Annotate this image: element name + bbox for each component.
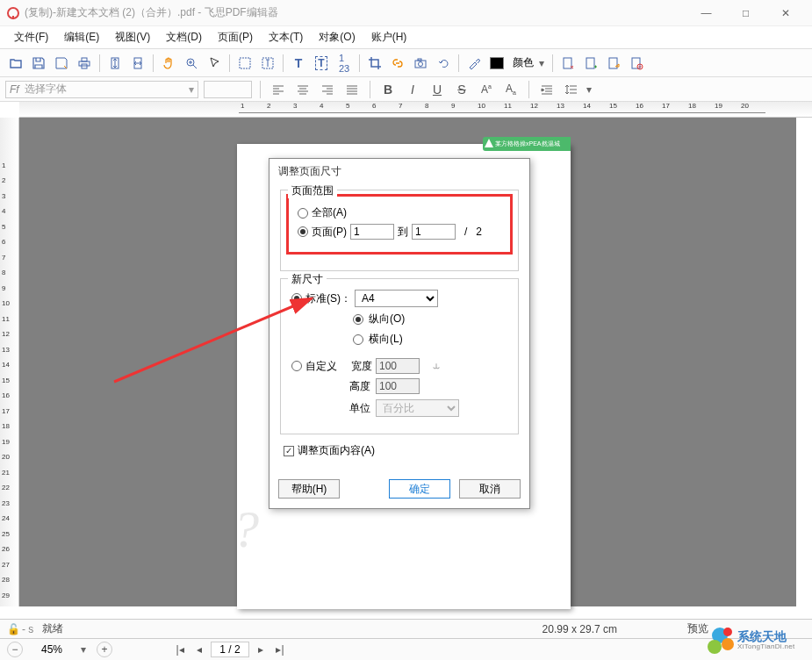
menu-file[interactable]: 文件(F) — [7, 26, 55, 48]
line-spacing-icon[interactable] — [562, 81, 581, 98]
print-icon[interactable] — [74, 53, 95, 74]
to-label: 到 — [398, 225, 408, 240]
color-label: 颜色 — [509, 55, 537, 70]
svg-rect-12 — [586, 58, 594, 68]
menu-text[interactable]: 文本(T) — [262, 26, 310, 48]
svg-rect-13 — [609, 58, 617, 68]
page-range-fieldset: 页面范围 全部(A) 页面(P) 到 / 2 — [280, 190, 519, 271]
link-dims-icon[interactable]: ⥿ — [432, 360, 441, 372]
adjust-content-label: 调整页面内容(A) — [298, 443, 375, 458]
align-center-icon[interactable] — [293, 81, 313, 98]
font-size-select[interactable] — [204, 81, 252, 98]
radio-all[interactable] — [298, 208, 308, 219]
format-toolbar: 选择字体▾ B I U S Aa Aa ▾ — [0, 77, 812, 102]
menu-page[interactable]: 页面(P) — [211, 26, 260, 48]
first-page-button[interactable]: |◂ — [172, 643, 188, 656]
lock-icon: 🔓 — [7, 623, 20, 635]
align-left-icon[interactable] — [269, 81, 288, 98]
edit-text-icon[interactable] — [257, 53, 278, 74]
svg-point-9 — [419, 61, 423, 66]
text-icon[interactable]: T — [288, 53, 309, 74]
minimize-button[interactable]: — — [686, 1, 726, 25]
radio-portrait[interactable] — [353, 314, 363, 325]
italic-icon[interactable]: I — [403, 81, 422, 98]
radio-landscape[interactable] — [353, 334, 363, 345]
menu-account[interactable]: 账户(H) — [364, 26, 414, 48]
adjust-content-checkbox[interactable]: ✓ — [284, 446, 294, 456]
save-as-icon[interactable] — [51, 53, 72, 74]
menu-edit[interactable]: 编辑(E) — [57, 26, 106, 48]
prev-page-button[interactable]: ◂ — [191, 643, 207, 656]
fit-page-icon[interactable] — [104, 53, 126, 74]
text-spacing-icon[interactable]: 123 — [334, 53, 355, 74]
indent-icon[interactable] — [537, 81, 557, 98]
zoom-dropdown-icon[interactable]: ▾ — [81, 643, 90, 656]
radio-all-label: 全部(A) — [312, 205, 347, 220]
open-icon[interactable] — [5, 53, 26, 74]
close-button[interactable]: ✕ — [765, 1, 805, 25]
page-delete-icon[interactable] — [557, 53, 578, 74]
cancel-button[interactable]: 取消 — [459, 479, 521, 499]
save-icon[interactable] — [28, 53, 49, 74]
eyedropper-icon[interactable] — [463, 53, 485, 74]
resize-page-dialog: 调整页面尺寸 页面范围 全部(A) 页面(P) 到 / 2 — [269, 158, 530, 509]
page-export-icon[interactable] — [603, 53, 624, 74]
underline-icon[interactable]: U — [428, 81, 447, 98]
page-remove-icon[interactable] — [626, 53, 647, 74]
height-label: 高度 — [339, 379, 370, 394]
custom-label: 自定义 — [305, 359, 337, 374]
unit-label: 单位 — [339, 401, 370, 416]
spacing-dropdown-icon[interactable]: ▾ — [586, 83, 595, 96]
title-bar: (复制)-新建文本文档 (2)（合并）.pdf - 飞思PDF编辑器 — □ ✕ — [0, 0, 812, 26]
radio-pages[interactable] — [298, 226, 308, 237]
maximize-button[interactable]: □ — [726, 1, 765, 25]
bottom-bar: − 45% ▾ + |◂ ◂ ▸ ▸| — [0, 638, 812, 660]
watermark-cn: 系统天地 — [737, 630, 794, 643]
font-family-select[interactable]: 选择字体▾ — [5, 81, 198, 98]
width-label: 宽度 — [341, 359, 372, 374]
status-preview[interactable]: 预览 — [687, 621, 708, 636]
zoom-out-button[interactable]: − — [7, 642, 23, 657]
ok-button[interactable]: 确定 — [389, 479, 450, 499]
radio-pages-label: 页面(P) — [312, 225, 347, 240]
svg-rect-10 — [418, 59, 421, 61]
radio-custom[interactable] — [291, 361, 302, 371]
menu-object[interactable]: 对象(O) — [312, 26, 362, 48]
camera-icon[interactable] — [410, 53, 431, 74]
last-page-button[interactable]: ▸| — [272, 643, 288, 656]
radio-standard[interactable] — [291, 293, 302, 304]
hand-icon[interactable] — [158, 53, 179, 74]
undo-icon[interactable] — [433, 53, 454, 74]
app-icon — [7, 7, 19, 19]
help-button[interactable]: 帮助(H) — [278, 479, 340, 499]
page-number-input[interactable] — [211, 642, 249, 657]
landscape-label: 横向(L) — [369, 332, 403, 347]
zoom-in-button[interactable]: + — [97, 642, 112, 657]
superscript-icon[interactable]: Aa — [477, 81, 496, 98]
align-justify-icon[interactable] — [342, 81, 362, 98]
page-watermark: ? — [233, 499, 259, 560]
page-to-input[interactable] — [412, 224, 456, 240]
strikethrough-icon[interactable]: S — [452, 81, 471, 98]
zoom-icon[interactable] — [181, 53, 202, 74]
svg-rect-1 — [82, 58, 87, 61]
color-dropdown-icon[interactable]: ▾ — [539, 57, 548, 69]
page-add-icon[interactable] — [580, 53, 601, 74]
bold-icon[interactable]: B — [378, 81, 398, 98]
menu-view[interactable]: 视图(V) — [108, 26, 157, 48]
next-page-button[interactable]: ▸ — [253, 643, 269, 656]
align-right-icon[interactable] — [318, 81, 337, 98]
link-icon[interactable] — [387, 53, 408, 74]
subscript-icon[interactable]: Aa — [501, 81, 521, 98]
paper-size-select[interactable]: A4 — [355, 290, 438, 307]
zoom-percent[interactable]: 45% — [30, 643, 74, 656]
fit-width-icon[interactable] — [127, 53, 148, 74]
color-swatch-icon[interactable] — [486, 53, 507, 74]
select-icon[interactable] — [234, 53, 255, 74]
page-from-input[interactable] — [350, 224, 394, 240]
pointer-icon[interactable] — [204, 53, 225, 74]
menu-docs[interactable]: 文档(D) — [159, 26, 209, 48]
svg-rect-6 — [240, 58, 250, 68]
crop-icon[interactable] — [364, 53, 385, 74]
text-box-icon[interactable]: T — [311, 53, 332, 74]
